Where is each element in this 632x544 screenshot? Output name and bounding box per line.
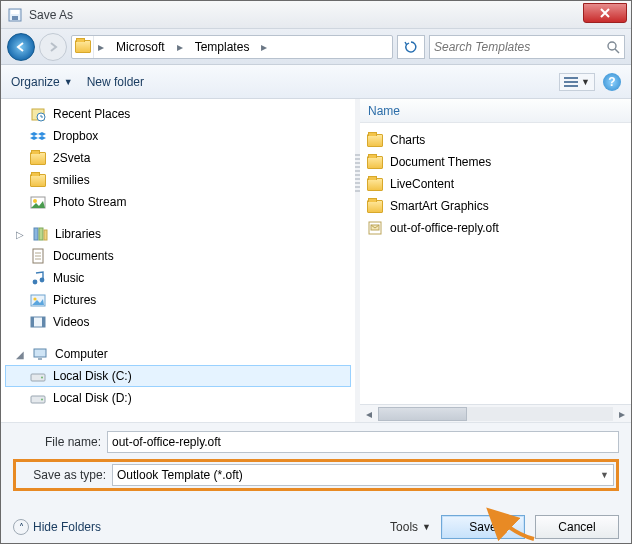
save-button[interactable]: Save — [441, 515, 525, 539]
tree-library-1[interactable]: Music — [1, 267, 355, 289]
dropbox-icon — [29, 127, 47, 145]
chevron-right-icon[interactable]: ▸ — [257, 40, 271, 54]
search-icon — [606, 40, 620, 54]
tree-item-label: Pictures — [53, 293, 96, 307]
folder-icon — [366, 175, 384, 193]
tree-favorite-1[interactable]: Dropbox — [1, 125, 355, 147]
file-name-label: File name: — [13, 435, 101, 449]
oft-icon — [366, 219, 384, 237]
svg-rect-13 — [39, 228, 43, 240]
tree-item-label: smilies — [53, 173, 90, 187]
file-item-label: LiveContent — [390, 177, 454, 191]
tools-menu[interactable]: Tools▼ — [390, 520, 431, 534]
title-bar: Save As — [1, 1, 631, 29]
search-input[interactable] — [434, 40, 606, 54]
file-item-label: SmartArt Graphics — [390, 199, 489, 213]
expand-icon[interactable]: ▷ — [15, 229, 25, 240]
svg-rect-14 — [44, 230, 47, 240]
svg-point-11 — [33, 199, 37, 203]
help-button[interactable]: ? — [603, 73, 621, 91]
tree-item-label: Libraries — [55, 227, 101, 241]
tree-item-label: Computer — [55, 347, 108, 361]
tree-item-label: Dropbox — [53, 129, 98, 143]
scroll-thumb[interactable] — [378, 407, 467, 421]
splitter[interactable] — [355, 99, 360, 422]
tree-library-0[interactable]: Documents — [1, 245, 355, 267]
chevron-up-icon: ˄ — [13, 519, 29, 535]
tree-drive-1[interactable]: Local Disk (D:) — [1, 387, 355, 409]
chevron-right-icon[interactable]: ▸ — [173, 40, 187, 54]
refresh-button[interactable] — [397, 35, 425, 59]
file-item-label: Document Themes — [390, 155, 491, 169]
file-item-2[interactable]: LiveContent — [360, 173, 631, 195]
tree-favorite-0[interactable]: Recent Places — [1, 103, 355, 125]
svg-rect-27 — [38, 358, 42, 360]
folder-icon — [72, 36, 94, 58]
cancel-button[interactable]: Cancel — [535, 515, 619, 539]
search-box[interactable] — [429, 35, 625, 59]
views-icon — [564, 76, 578, 88]
folder-icon — [29, 171, 47, 189]
close-button[interactable] — [583, 3, 627, 23]
tree-section-computer[interactable]: ◢Computer — [1, 343, 355, 365]
svg-point-19 — [33, 280, 38, 285]
chevron-down-icon: ▼ — [64, 77, 73, 87]
svg-rect-26 — [34, 349, 46, 357]
svg-rect-6 — [564, 81, 578, 83]
chevron-down-icon: ▼ — [422, 522, 431, 532]
file-item-0[interactable]: Charts — [360, 129, 631, 151]
forward-button — [39, 33, 67, 61]
file-list[interactable]: ChartsDocument ThemesLiveContentSmartArt… — [360, 123, 631, 404]
scroll-right-icon[interactable]: ▸ — [613, 407, 631, 421]
photostream-icon — [29, 193, 47, 211]
tree-favorite-3[interactable]: smilies — [1, 169, 355, 191]
tree-item-label: 2Sveta — [53, 151, 90, 165]
tree-favorite-2[interactable]: 2Sveta — [1, 147, 355, 169]
save-as-type-dropdown[interactable]: Outlook Template (*.oft) ▼ — [112, 464, 614, 486]
expand-icon[interactable]: ◢ — [15, 349, 25, 360]
tree-library-3[interactable]: Videos — [1, 311, 355, 333]
chevron-right-icon[interactable]: ▸ — [94, 40, 108, 54]
libraries-icon — [31, 225, 49, 243]
file-item-4[interactable]: out-of-office-reply.oft — [360, 217, 631, 239]
column-header-name[interactable]: Name — [360, 99, 631, 123]
svg-rect-5 — [564, 77, 578, 79]
hide-folders-button[interactable]: ˄ Hide Folders — [13, 519, 101, 535]
views-button[interactable]: ▼ — [559, 73, 595, 91]
chevron-down-icon: ▼ — [600, 470, 609, 480]
window-title: Save As — [29, 8, 73, 22]
tree-library-2[interactable]: Pictures — [1, 289, 355, 311]
footer: File name: out-of-office-reply.oft Save … — [1, 422, 631, 543]
tree-favorite-4[interactable]: Photo Stream — [1, 191, 355, 213]
scroll-left-icon[interactable]: ◂ — [360, 407, 378, 421]
file-item-3[interactable]: SmartArt Graphics — [360, 195, 631, 217]
tree-drive-0[interactable]: Local Disk (C:) — [5, 365, 351, 387]
folder-icon — [366, 197, 384, 215]
file-item-label: Charts — [390, 133, 425, 147]
file-name-input[interactable]: out-of-office-reply.oft — [107, 431, 619, 453]
svg-point-29 — [41, 377, 43, 379]
recent-icon — [29, 105, 47, 123]
svg-rect-7 — [564, 85, 578, 87]
svg-rect-1 — [11, 10, 19, 14]
new-folder-button[interactable]: New folder — [87, 75, 144, 89]
toolbar: Organize▼ New folder ▼ ? — [1, 65, 631, 99]
tree-section-libraries[interactable]: ▷Libraries — [1, 223, 355, 245]
svg-rect-25 — [42, 317, 45, 327]
svg-rect-24 — [31, 317, 34, 327]
horizontal-scrollbar[interactable]: ◂ ▸ — [360, 404, 631, 422]
file-item-1[interactable]: Document Themes — [360, 151, 631, 173]
tree-item-label: Local Disk (D:) — [53, 391, 132, 405]
folder-tree[interactable]: Recent PlacesDropbox2SvetasmiliesPhoto S… — [1, 99, 355, 422]
nav-bar: ▸ Microsoft ▸ Templates ▸ — [1, 29, 631, 65]
breadcrumb-microsoft[interactable]: Microsoft — [108, 36, 173, 58]
music-icon — [29, 269, 47, 287]
breadcrumb-bar[interactable]: ▸ Microsoft ▸ Templates ▸ — [71, 35, 393, 59]
breadcrumb-templates[interactable]: Templates — [187, 36, 258, 58]
organize-menu[interactable]: Organize▼ — [11, 75, 73, 89]
back-button[interactable] — [7, 33, 35, 61]
folder-icon — [366, 153, 384, 171]
folder-icon — [366, 131, 384, 149]
chevron-down-icon: ▼ — [581, 77, 590, 87]
svg-rect-12 — [34, 228, 38, 240]
